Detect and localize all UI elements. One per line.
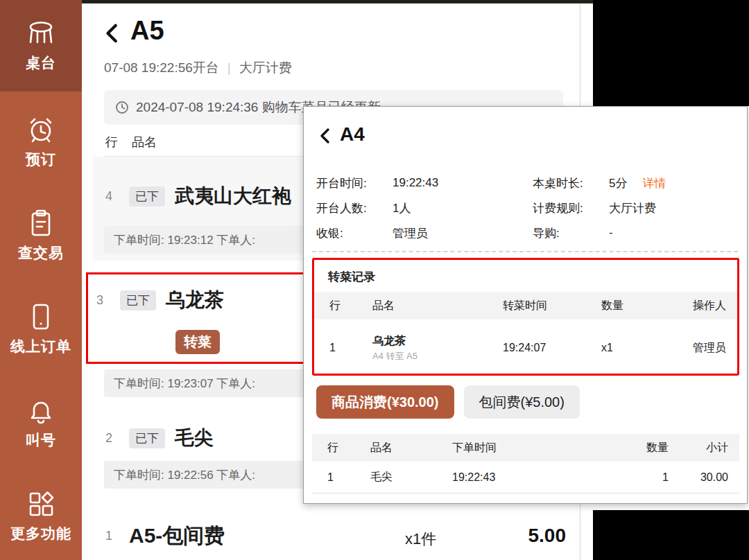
transfer-badge: 转菜 [175,330,220,354]
transfer-time: 19:24:07 [503,342,601,354]
redacted-area-bottom [593,510,749,560]
clipboard-icon [25,207,57,239]
clock-icon [115,100,129,114]
quantity-text: x1件 [405,529,436,550]
order-row-1[interactable]: 1 A5-包间费 [105,522,225,550]
row-number: 2 [105,431,129,446]
sidebar-item-tables[interactable]: 桌台 [0,0,82,91]
guests-label: 开台人数: [316,200,393,216]
subtotal: 30.00 [669,471,728,484]
guide-value: - [609,226,613,240]
sidebar-item-label: 查交易 [18,243,64,263]
open-time-label: 开台时间: [316,175,393,191]
row-number: 1 [329,342,372,354]
divider: | [227,60,231,76]
app-window: 桌台 预订 查交易 [0,0,749,560]
col-time: 转菜时间 [503,299,601,313]
detail-link[interactable]: 详情 [642,175,666,191]
cashier-value: 管理员 [393,225,512,241]
consumption-tabs: 商品消费(¥30.00) 包间费(¥5.00) [316,385,580,419]
table-info: 开台时间: 19:22:43 本桌时长: 5分 详情 开台人数: 1人 计费规则… [316,170,732,245]
billing-rule-text: 大厅计费 [239,59,292,77]
dish-name: 乌龙茶 [372,334,503,349]
col-operator: 操作人 [679,299,726,313]
table-icon [25,19,57,49]
billing-label: 计费规则: [533,200,609,216]
open-time-value: 19:22:43 [393,176,512,190]
guests-value: 1人 [393,200,512,216]
billing-value: 大厅计费 [609,200,656,216]
order-table-row[interactable]: 1 毛尖 19:22:43 1 30.00 [312,462,739,493]
table-a4-panel: A4 开台时间: 19:22:43 本桌时长: 5分 详情 开台人数: 1人 计… [303,106,748,504]
col-name: 品名 [370,441,452,455]
status-badge: 已下 [129,186,165,207]
bell-icon [25,394,57,426]
back-icon[interactable] [318,126,334,148]
order-time: 19:22:43 [452,471,613,484]
col-subtotal: 小计 [669,441,728,455]
dish-name: 武夷山大红袍 [175,183,291,209]
sidebar-item-more[interactable]: 更多功能 [0,470,82,560]
redacted-area-top [593,0,749,106]
grid-icon [25,488,57,520]
row-number: 1 [327,471,370,484]
dish-name: A5-包间费 [129,522,225,550]
col-name: 品名 [372,299,503,313]
sidebar-item-label: 更多功能 [10,524,71,543]
dish-name: 毛尖 [175,425,214,451]
tab-goods-consumption[interactable]: 商品消费(¥30.00) [316,385,454,419]
sidebar-item-online-orders[interactable]: 线上订单 [0,283,82,374]
table-open-info: 07-08 19:22:56开台 | 大厅计费 [104,59,292,77]
sidebar-item-label: 线上订单 [10,337,71,356]
status-badge: 已下 [120,290,156,310]
row-number: 1 [105,529,129,543]
duration-label: 本桌时长: [533,175,609,191]
col-time: 下单时间 [452,441,613,455]
transfer-record-box: 转菜记录 行 品名 转菜时间 数量 操作人 1 乌龙茶 A4 转至 A5 19:… [312,258,739,376]
sidebar-item-label: 叫号 [26,430,56,450]
duration-value: 5分 [609,175,627,191]
transfer-record-title: 转菜记录 [328,269,375,285]
page-title: A5 [130,16,164,46]
row-number: 4 [105,189,129,204]
sidebar-item-transactions[interactable]: 查交易 [0,189,82,281]
tab-room-fee[interactable]: 包间费(¥5.00) [464,385,580,419]
transfer-table-header: 行 品名 转菜时间 数量 操作人 [314,292,737,320]
dish-name: 毛尖 [370,470,452,484]
page-title: A4 [340,123,365,146]
amount-text: 5.00 [519,525,566,547]
sidebar-item-reservation[interactable]: 预订 [0,96,82,187]
col-qty: 数量 [601,299,679,313]
open-time-text: 07-08 19:22:56开台 [104,59,219,77]
col-qty: 数量 [613,441,669,455]
dashed-divider [312,251,738,252]
cashier-label: 收银: [316,225,393,241]
back-icon[interactable] [103,21,123,48]
sidebar-item-label: 预订 [26,150,56,169]
quantity: x1 [601,342,679,354]
transfer-table-row[interactable]: 1 乌龙茶 A4 转至 A5 19:24:07 x1 管理员 [314,325,737,371]
dish-name: 乌龙茶 [166,287,224,313]
quantity: 1 [613,471,669,484]
sidebar-item-queue-call[interactable]: 叫号 [0,376,82,468]
transfer-path: A4 转至 A5 [372,350,503,362]
status-badge: 已下 [129,428,165,448]
order-row-2[interactable]: 2 已下 毛尖 [105,425,214,451]
col-row: 行 [105,134,118,150]
alarm-clock-icon [25,114,57,146]
row-number: 3 [96,293,120,308]
phone-icon [25,301,57,333]
col-name: 品名 [132,134,157,150]
order-table-header: 行 品名 下单时间 数量 小计 [312,434,739,462]
col-row: 行 [329,299,372,313]
sidebar-item-label: 桌台 [26,53,56,73]
guide-label: 导购: [533,225,609,241]
col-row: 行 [327,441,370,455]
operator: 管理员 [679,341,726,356]
sidebar: 桌台 预订 查交易 [0,0,82,560]
